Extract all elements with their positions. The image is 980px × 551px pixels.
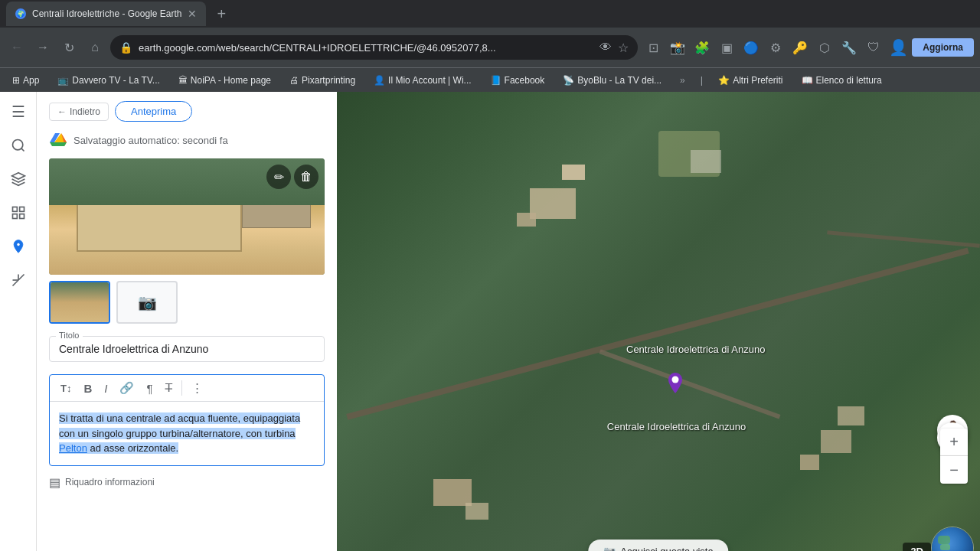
forward-nav-btn[interactable]: → (32, 37, 54, 58)
map-area[interactable]: Centrale Idroelettrica di Anzuno Central… (337, 92, 980, 551)
tab-close-btn[interactable]: ✕ (188, 8, 197, 20)
address-text: earth.google.com/web/search/CENTRALI+IDR… (139, 42, 593, 54)
extension4-icon[interactable]: ⚙ (765, 37, 786, 58)
building-6 (838, 406, 864, 425)
profile-avatar[interactable]: 👤 (887, 37, 909, 58)
active-tab[interactable]: 🌍 Centrali Idroelettriche - Google Earth… (6, 2, 206, 26)
measure-icon[interactable] (5, 266, 32, 294)
more-options-btn[interactable]: ⋮ (187, 378, 207, 398)
browser-toolbar-icons: ⊡ 📸 🧩 ▣ 🔵 ⚙ 🔑 ⬡ 🔧 🛡 👤 Aggiorna (642, 37, 974, 58)
noipa-icon: 🏛 (178, 75, 188, 86)
italic-btn[interactable]: I (100, 379, 112, 398)
svg-line-1 (21, 148, 24, 152)
text-editor: T↕ B I 🔗 ¶ T̶ ⋮ Si tratta di una central… (49, 374, 325, 466)
pin-icon[interactable] (5, 233, 32, 260)
title-input[interactable] (59, 343, 315, 355)
bm-altri-label: Altri Preferiti (733, 75, 782, 86)
menu-icon[interactable]: ☰ (5, 98, 32, 126)
byoblu-icon: 📡 (563, 75, 574, 86)
svg-point-0 (12, 140, 22, 150)
extension7-icon[interactable]: 🔧 (838, 37, 860, 58)
acquire-view-btn[interactable]: 📷 Acquisci questa vista (588, 540, 728, 551)
add-photo-btn[interactable]: 📷 (116, 281, 178, 324)
svg-rect-5 (12, 214, 17, 219)
zoom-out-btn[interactable]: − (940, 456, 968, 484)
align-btn[interactable]: ¶ (142, 379, 157, 398)
svg-marker-2 (11, 173, 24, 179)
cast-icon[interactable]: ⊡ (642, 37, 664, 58)
editor-text-after: ad asse orizzontale. (87, 442, 178, 454)
extension3-icon[interactable]: 🔵 (740, 37, 762, 58)
main-image-container: ✏ 🗑 (49, 158, 325, 275)
image-actions: ✏ 🗑 (266, 165, 318, 189)
altri-icon: ⭐ (718, 75, 730, 86)
delete-image-btn[interactable]: 🗑 (294, 165, 318, 189)
back-nav-btn[interactable]: ← (6, 37, 28, 58)
bm-apps[interactable]: ⊞ App (6, 73, 45, 87)
bm-byoblu-label: ByoBlu - La TV dei... (577, 75, 662, 86)
clear-format-btn[interactable]: T̶ (161, 378, 177, 398)
continent-2 (940, 544, 951, 550)
editor-content-area[interactable]: Si tratta di una centrale ad acqua fluen… (50, 402, 324, 465)
extension2-icon[interactable]: ▣ (716, 37, 737, 58)
refresh-btn[interactable]: ↻ (58, 37, 80, 58)
map-pin[interactable] (665, 373, 686, 403)
bm-facebook-label: Facebook (505, 75, 545, 86)
panel-content: ← Indietro Anteprima Salvataggio automat… (37, 92, 337, 551)
bold-btn[interactable]: B (79, 379, 96, 398)
extension6-icon[interactable]: ⬡ (814, 37, 835, 58)
lock-icon: 🔒 (119, 41, 132, 54)
bm-pixart[interactable]: 🖨 Pixartprinting (283, 73, 361, 87)
home-btn[interactable]: ⌂ (84, 37, 106, 58)
thumb-1[interactable] (49, 281, 110, 324)
building-8 (466, 503, 488, 520)
bm-davvero-label: Davvero TV - La TV... (72, 75, 160, 86)
structure-1 (691, 150, 721, 173)
gallery-icon[interactable] (5, 199, 32, 227)
sidebar-icons: ☰ (0, 92, 37, 551)
facebook-icon: 📘 (490, 75, 501, 86)
search-icon[interactable] (5, 132, 32, 159)
sidebar: ☰ (0, 92, 337, 551)
bm-account-label: Il Mio Account | Wi... (388, 75, 471, 86)
address-bar[interactable]: 🔒 earth.google.com/web/search/CENTRALI+I… (110, 35, 638, 60)
new-tab-btn[interactable]: + (212, 5, 230, 23)
building-3 (517, 213, 536, 227)
info-frame-row: ▤ Riquadro informazioni (49, 475, 325, 490)
bm-davvero[interactable]: 📺 Davvero TV - La TV... (51, 73, 166, 87)
bm-noipa[interactable]: 🏛 NoiPA - Home page (172, 73, 277, 87)
star-icon[interactable]: ☆ (618, 41, 629, 55)
camera-icon: 📷 (138, 293, 157, 311)
preview-button[interactable]: Anteprima (115, 101, 192, 122)
browser-chrome: 🌍 Centrali Idroelettriche - Google Earth… (0, 0, 980, 67)
layers-icon[interactable] (5, 165, 32, 193)
3d-label: 3D (903, 543, 931, 551)
extension5-icon[interactable]: 🔑 (789, 37, 811, 58)
3d-btn[interactable]: 3D (903, 543, 931, 551)
tab-favicon: 🌍 (15, 8, 26, 19)
update-button[interactable]: Aggiorna (912, 38, 974, 57)
screenshot-icon[interactable]: 📸 (667, 37, 688, 58)
thumbnails-row: 📷 (49, 281, 325, 324)
bm-altri-preferiti[interactable]: ⭐ Altri Preferiti (712, 73, 789, 87)
thumb-1-image (51, 282, 109, 322)
eye-icon: 👁 (599, 41, 612, 54)
bm-account[interactable]: 👤 Il Mio Account | Wi... (368, 73, 477, 87)
zoom-in-btn[interactable]: + (940, 429, 968, 456)
acquire-label: Acquisci questa vista (620, 546, 713, 551)
extension1-icon[interactable]: 🧩 (691, 37, 713, 58)
autosave-bar: Salvataggio automatico: secondi fa (49, 131, 325, 149)
bm-byoblu[interactable]: 📡 ByoBlu - La TV dei... (557, 73, 668, 87)
bm-more-btn[interactable]: » (674, 73, 691, 87)
bm-apps-label: App (23, 75, 39, 86)
svg-point-10 (672, 376, 679, 383)
text-size-btn[interactable]: T↕ (56, 380, 76, 397)
back-button[interactable]: ← Indietro (49, 103, 109, 121)
pelton-link[interactable]: Pelton (59, 442, 87, 454)
extension8-icon[interactable]: 🛡 (863, 37, 884, 58)
edit-image-btn[interactable]: ✏ (266, 165, 291, 189)
link-btn[interactable]: 🔗 (115, 378, 139, 398)
info-frame-icon: ▤ (49, 475, 60, 490)
bm-elenco[interactable]: 📖 Elenco di lettura (795, 73, 888, 87)
bm-facebook[interactable]: 📘 Facebook (484, 73, 551, 87)
